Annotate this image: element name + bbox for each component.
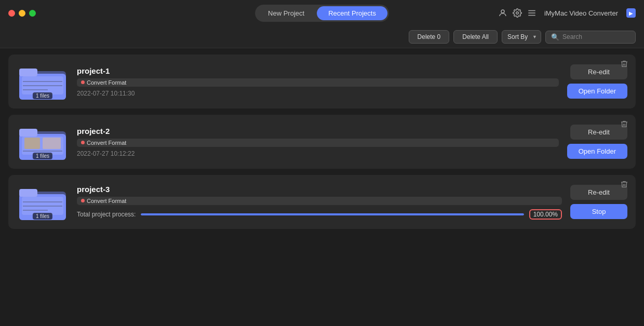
app-name: iMyMac Video Converter [544, 9, 618, 17]
progress-pct-3: 100.00% [529, 209, 562, 220]
project-date-1: 2022-07-27 10:11:30 [77, 90, 559, 97]
close-button[interactable] [8, 10, 15, 17]
traffic-lights [8, 10, 36, 17]
format-dot-2 [81, 141, 85, 144]
re-edit-button-3[interactable]: Re-edit [570, 185, 627, 200]
minimize-button[interactable] [19, 10, 25, 17]
project-name-2: project-2 [77, 127, 559, 135]
files-badge-2: 1 files [33, 153, 52, 159]
tab-group: New Project Recent Projects [255, 5, 389, 22]
re-edit-button-1[interactable]: Re-edit [570, 64, 627, 79]
titlebar-right: iMyMac Video Converter ▶ [498, 8, 636, 18]
folder-icon-3: 1 files [17, 181, 69, 223]
delete-icon-3[interactable] [620, 180, 628, 190]
sort-by-select[interactable]: Sort By [502, 30, 541, 44]
menu-icon[interactable] [527, 8, 537, 18]
project-date-2: 2022-07-27 10:12:22 [77, 150, 559, 157]
progress-label-3: Total project process: [77, 211, 136, 218]
titlebar-icons [498, 8, 537, 18]
project-info-3: project-3 Convert Format Total project p… [77, 185, 562, 220]
settings-icon[interactable] [512, 8, 522, 18]
stop-button-3[interactable]: Stop [570, 204, 627, 219]
tab-new-project[interactable]: New Project [257, 6, 316, 20]
svg-rect-7 [19, 69, 37, 76]
format-dot-3 [81, 199, 85, 202]
format-tag-1: Convert Format [77, 78, 559, 87]
svg-point-0 [501, 10, 504, 13]
progress-bar-fill-3 [141, 213, 524, 215]
files-badge-1: 1 files [33, 92, 52, 99]
project-name-3: project-3 [77, 185, 562, 194]
tab-recent-projects[interactable]: Recent Projects [317, 6, 387, 20]
progress-bar-3 [141, 213, 524, 215]
progress-row-3: Total project process: 100.00% [77, 209, 562, 220]
toolbar: Delete 0 Delete All Sort By 🔍 [0, 26, 644, 48]
open-folder-button-2[interactable]: Open Folder [567, 144, 627, 159]
delete-icon-1[interactable] [620, 60, 628, 70]
project-info-2: project-2 Convert Format 2022-07-27 10:1… [77, 127, 559, 157]
svg-point-1 [516, 12, 519, 15]
project-info-1: project-1 Convert Format 2022-07-27 10:1… [77, 66, 559, 97]
format-dot-1 [81, 80, 85, 84]
maximize-button[interactable] [29, 10, 36, 17]
folder-icon-1: 1 files [17, 61, 69, 102]
project-name-1: project-1 [77, 66, 559, 75]
format-tag-2: Convert Format [77, 139, 559, 147]
project-card-3: 1 files project-3 Convert Format Total p… [8, 175, 636, 229]
project-actions-2: Re-edit Open Folder [567, 125, 627, 159]
svg-rect-21 [19, 189, 37, 197]
user-icon[interactable] [498, 8, 508, 18]
sort-by-wrapper: Sort By [502, 30, 541, 44]
search-icon: 🔍 [551, 33, 559, 41]
app-logo: ▶ [626, 8, 636, 18]
delete-icon-2[interactable] [620, 120, 628, 130]
svg-rect-16 [24, 138, 40, 149]
project-card-1: 1 files project-1 Convert Format 2022-07… [8, 55, 636, 108]
search-box[interactable]: 🔍 [545, 31, 636, 44]
files-badge-3: 1 files [33, 213, 52, 220]
svg-rect-17 [43, 138, 61, 149]
project-actions-1: Re-edit Open Folder [567, 64, 627, 99]
search-input[interactable] [562, 33, 630, 40]
delete-all-button[interactable]: Delete All [453, 30, 498, 44]
re-edit-button-2[interactable]: Re-edit [570, 125, 627, 140]
svg-rect-14 [19, 129, 37, 137]
titlebar: New Project Recent Projects [0, 0, 644, 26]
project-actions-3: Re-edit Stop [570, 185, 627, 219]
delete-0-button[interactable]: Delete 0 [409, 30, 450, 44]
open-folder-button-1[interactable]: Open Folder [567, 84, 627, 99]
folder-icon-2: 1 files [17, 121, 69, 162]
projects-list: 1 files project-1 Convert Format 2022-07… [0, 48, 644, 325]
format-tag-3: Convert Format [77, 197, 562, 205]
project-card-2: 1 files project-2 Convert Format 2022-07… [8, 115, 636, 169]
